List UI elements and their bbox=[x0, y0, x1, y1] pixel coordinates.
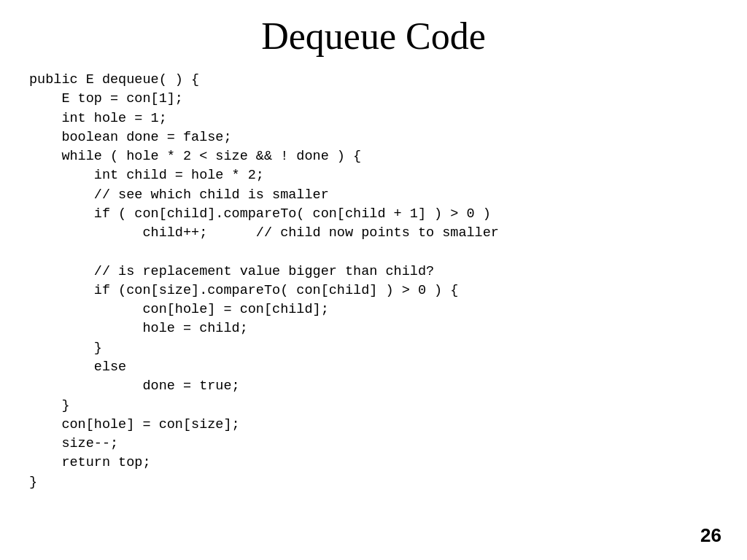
slide: Dequeue Code public E dequeue( ) { E top… bbox=[0, 0, 747, 560]
slide-title: Dequeue Code bbox=[22, 15, 725, 58]
code-block: public E dequeue( ) { E top = con[1]; in… bbox=[22, 71, 725, 492]
slide-number: 26 bbox=[700, 524, 721, 547]
